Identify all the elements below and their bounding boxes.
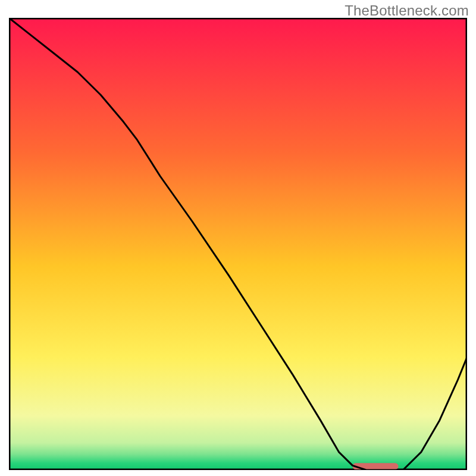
plot-svg: [9, 18, 467, 470]
watermark-text: TheBottleneck.com: [345, 2, 469, 19]
chart-container: TheBottleneck.com: [0, 0, 476, 476]
gradient-background: [9, 18, 467, 470]
bottleneck-plot: [9, 18, 467, 470]
